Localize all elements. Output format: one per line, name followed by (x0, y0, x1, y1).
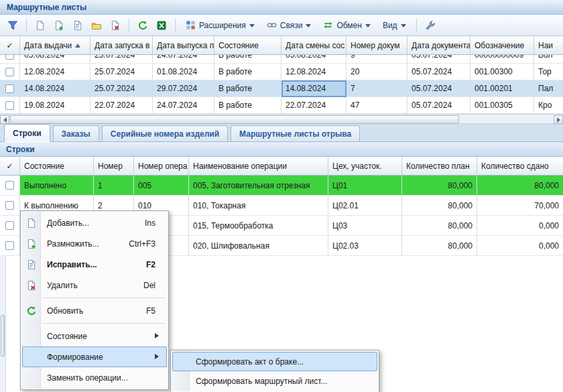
cell-launch-date[interactable]: 25.07.2024 (90, 80, 153, 97)
cell-qty-done[interactable]: 0,000 (477, 216, 563, 236)
cell-doc-date[interactable]: 05.07.2024 (408, 80, 471, 97)
cell-qty-done[interactable]: 70,000 (477, 196, 563, 216)
cell-doc-number[interactable]: 20 (347, 64, 408, 80)
column-header-release-date[interactable]: Дата выпуска п (153, 36, 214, 55)
table-row[interactable]: 19.08.2024 22.07.2024 24.07.2024 В работ… (0, 97, 563, 114)
cell-release-date[interactable]: 24.07.2024 (153, 55, 214, 64)
cell-name[interactable]: Вол (534, 55, 563, 64)
cell-release-date[interactable]: 24.07.2024 (153, 97, 214, 114)
cell-designation[interactable]: 001.00201 (471, 80, 534, 97)
cell-workshop[interactable]: Ц03 (328, 216, 402, 236)
cell-name[interactable]: Кро (534, 97, 563, 114)
cell-designation[interactable]: 00000000009 (471, 55, 534, 64)
row-checkbox[interactable] (5, 181, 14, 190)
cell-doc-date[interactable]: 05.07.2024 (408, 64, 471, 80)
cell-doc-number[interactable]: 9 (347, 55, 408, 64)
column-header-state[interactable]: Состояние (214, 36, 282, 55)
links-menu-button[interactable]: Связи (261, 17, 317, 34)
horizontal-scrollbar[interactable] (0, 114, 563, 124)
cell-doc-date[interactable]: 05.07.2024 (408, 97, 471, 114)
row-checkbox[interactable] (5, 84, 14, 93)
edit-document-button[interactable] (69, 17, 86, 34)
row-checkbox[interactable] (5, 55, 14, 60)
cell-qty-plan[interactable]: 80,000 (402, 216, 477, 236)
clone-document-button[interactable] (50, 17, 68, 34)
cell-state-change-date[interactable]: 22.07.2024 (282, 97, 347, 114)
new-document-button[interactable] (32, 17, 49, 34)
row-checkbox[interactable] (5, 101, 14, 110)
row-checkbox[interactable] (5, 241, 14, 250)
cell-operation-number[interactable]: 005 (134, 176, 189, 196)
filter-button[interactable] (4, 17, 21, 34)
row-checkbox[interactable] (5, 221, 14, 230)
table-row-selected[interactable]: 14.08.2024 25.07.2024 29.07.2024 В работ… (0, 80, 563, 97)
export-excel-button[interactable] (153, 17, 170, 34)
column-header-qty-done[interactable]: Количество сдано (477, 157, 563, 176)
menu-item-state[interactable]: Состояние (22, 326, 167, 346)
menu-item-delete[interactable]: Удалить Del (22, 275, 167, 296)
column-header-qty-plan[interactable]: Количество план (402, 157, 477, 176)
cell-state[interactable]: В работе (214, 80, 282, 97)
column-header-number[interactable]: Номер (94, 157, 134, 176)
menu-item-add[interactable]: Добавить... Ins (22, 212, 167, 233)
cell-designation[interactable]: 001.00305 (471, 97, 534, 114)
cell-workshop[interactable]: Ц02.01 (328, 196, 402, 216)
cell-doc-number[interactable]: 47 (347, 97, 408, 114)
cell-state-change-date[interactable]: 05.08.2024 (282, 55, 347, 64)
menu-item-refresh[interactable]: Обновить F5 (22, 300, 167, 321)
cell-operation-name[interactable]: 020, Шлифовальная (189, 236, 328, 256)
cell-workshop[interactable]: Ц01 (328, 176, 402, 196)
cell-state-change-date-focused[interactable]: 14.08.2024 (282, 80, 347, 97)
column-header-designation[interactable]: Обозначение (471, 36, 534, 55)
cell-state[interactable]: В работе (214, 55, 282, 64)
cell-operation-name[interactable]: 005, Заготовительная отрезная (189, 176, 328, 196)
exchange-menu-button[interactable]: Обмен (318, 17, 376, 34)
column-header-name[interactable]: Наи (534, 36, 563, 55)
cell-issue-date[interactable]: 19.08.2024 (20, 97, 90, 114)
menu-item-clone[interactable]: Размножить... Ctrl+F3 (22, 233, 167, 254)
cell-name[interactable]: Тор (534, 64, 563, 80)
cell-name[interactable]: Пал (534, 80, 563, 97)
cell-release-date[interactable]: 01.08.2024 (153, 64, 214, 80)
vertical-scroll-thumb[interactable] (1, 315, 5, 356)
submenu-item-route-sheet[interactable]: Сформировать маршрутный лист... (172, 371, 377, 391)
menu-item-formation[interactable]: Формирование (22, 346, 167, 367)
tab-serial-numbers[interactable]: Серийные номера изделий (102, 125, 228, 141)
column-header-doc-number[interactable]: Номер докум (347, 36, 408, 55)
cell-designation[interactable]: 001.00300 (471, 64, 534, 80)
row-checkbox[interactable] (5, 68, 14, 76)
column-header-workshop[interactable]: Цех, участок. (328, 157, 402, 176)
table-row[interactable]: 12.08.2024 25.07.2024 01.08.2024 В работ… (0, 64, 563, 80)
cell-state-change-date[interactable]: 12.08.2024 (282, 64, 347, 80)
scroll-left-button[interactable] (0, 115, 9, 124)
tab-stroki[interactable]: Строки (4, 124, 50, 142)
column-header-state[interactable]: Состояние (20, 157, 94, 176)
row-checkbox[interactable] (5, 201, 14, 210)
cell-state[interactable]: В работе (214, 97, 282, 114)
cell-operation-name[interactable]: 010, Токарная (189, 196, 328, 216)
cell-workshop[interactable]: Ц02.03 (328, 236, 402, 256)
cell-qty-done[interactable]: 80,000 (477, 176, 563, 196)
open-button[interactable] (88, 17, 105, 34)
vertical-scrollbar[interactable] (0, 256, 6, 392)
cell-doc-date[interactable]: 05.07.2024 (408, 55, 471, 64)
cell-qty-plan[interactable]: 80,000 (402, 196, 477, 216)
view-menu-button[interactable]: Вид (377, 17, 412, 34)
cell-issue-date[interactable]: 12.08.2024 (20, 64, 90, 80)
tab-zakazy[interactable]: Заказы (53, 125, 99, 141)
cell-issue-date[interactable]: 05.08.2024 (20, 55, 90, 64)
cell-number[interactable]: 1 (94, 176, 134, 196)
cell-operation-name[interactable]: 015, Термообработка (189, 216, 328, 236)
cell-state[interactable]: Выполнено (20, 176, 94, 196)
cell-qty-plan[interactable]: 80,000 (402, 236, 477, 256)
cell-launch-date[interactable]: 23.07.2024 (90, 55, 153, 64)
refresh-button[interactable] (134, 17, 151, 34)
select-all-header[interactable]: ✓ (0, 36, 20, 55)
table-row-clipped[interactable]: 05.08.2024 23.07.2024 24.07.2024 В работ… (0, 55, 563, 64)
select-all-header[interactable]: ✓ (0, 157, 20, 176)
delete-document-button[interactable] (107, 17, 124, 34)
cell-release-date[interactable]: 29.07.2024 (153, 80, 214, 97)
scroll-right-button[interactable] (554, 115, 563, 124)
extensions-menu-button[interactable]: Расширения (180, 17, 260, 34)
cell-doc-number[interactable]: 7 (347, 80, 408, 97)
